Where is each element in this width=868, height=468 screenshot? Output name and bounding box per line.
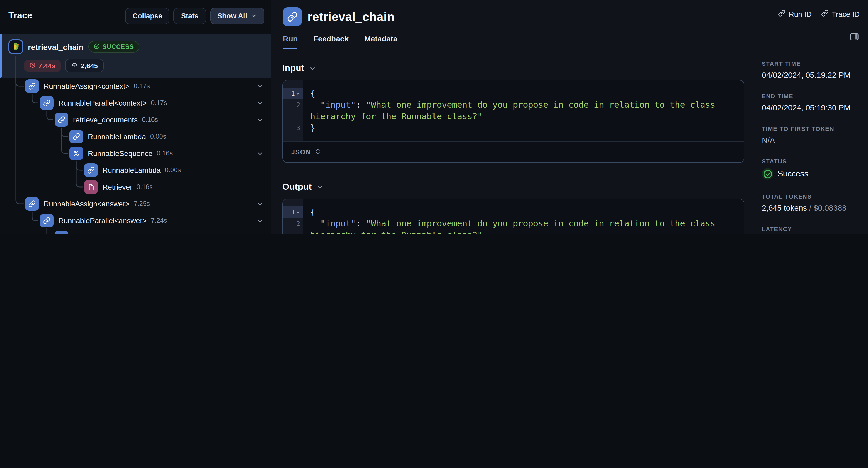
chain-icon bbox=[40, 96, 54, 110]
fold-chevron-icon[interactable] bbox=[296, 88, 300, 99]
parrot-icon bbox=[8, 39, 23, 54]
tree-node-duration: 7.24s bbox=[153, 234, 169, 234]
tree-node-label: RunnableParallel<answer> bbox=[58, 216, 147, 225]
run-header: retrieval_chain bbox=[271, 0, 752, 27]
tree-node-row[interactable]: RunnableParallel<answer>7.24s bbox=[0, 212, 271, 229]
chain-icon bbox=[55, 113, 68, 127]
chain-icon bbox=[55, 231, 68, 234]
code-line: 2 "input": "What one improvement do you … bbox=[283, 218, 744, 234]
code-line: 2 "input": "What one improvement do you … bbox=[283, 99, 744, 122]
sidebar-content: START TIME 04/02/2024, 05:19:22 PM END T… bbox=[752, 49, 868, 234]
metadata-sidebar: Run ID Trace ID START TIME 04/02/2024, 0… bbox=[752, 0, 868, 234]
tab-metadata[interactable]: Metadata bbox=[364, 35, 398, 49]
tree-node-label: RunnableAssign<answer> bbox=[44, 200, 130, 208]
tree-node-label: stuff_documents_chain bbox=[73, 233, 149, 234]
output-json-card: 1{2 "input": "What one improvement do yo… bbox=[282, 199, 744, 234]
code-content: } bbox=[303, 122, 744, 134]
chevron-down-icon[interactable] bbox=[256, 82, 264, 92]
input-code-editor: 1{2 "input": "What one improvement do yo… bbox=[283, 80, 744, 141]
total-tokens-value: 2,645 tokens / $0.08388 bbox=[762, 203, 861, 212]
tree-node-row[interactable]: RunnableParallel<context>0.17s bbox=[0, 95, 271, 111]
link-icon bbox=[821, 9, 829, 19]
line-number[interactable]: 2 bbox=[283, 99, 303, 122]
end-time-label: END TIME bbox=[762, 93, 861, 99]
root-tokens-badge: 2,645 bbox=[65, 59, 103, 72]
tree-node-duration: 0.00s bbox=[150, 133, 166, 140]
app-window: Trace Collapse Stats Show All bbox=[0, 0, 868, 234]
trace-tree: retrieval_chain SUCCESS 7.44s 2,645 bbox=[0, 0, 271, 234]
tree-node-row[interactable]: RunnableLambda0.00s bbox=[0, 162, 271, 178]
tree-node-row[interactable]: RunnableAssign<context>0.17s bbox=[0, 78, 271, 95]
tree-node-duration: 0.16s bbox=[142, 116, 158, 124]
tree-node-row[interactable]: RunnableLambda0.00s bbox=[0, 128, 271, 145]
clock-icon bbox=[29, 62, 36, 70]
total-tokens-label: TOTAL TOKENS bbox=[762, 193, 861, 200]
panel-toggle-icon[interactable] bbox=[849, 32, 860, 44]
tree-node-label: RunnableLambda bbox=[88, 132, 146, 141]
fold-chevron-icon[interactable] bbox=[296, 206, 300, 218]
line-number[interactable]: 1 bbox=[283, 206, 303, 218]
line-number[interactable]: 1 bbox=[283, 88, 303, 99]
chain-icon bbox=[69, 130, 83, 143]
success-status-badge: SUCCESS bbox=[88, 41, 139, 53]
code-content: "input": "What one improvement do you pr… bbox=[303, 99, 744, 122]
output-code-lines: 1{2 "input": "What one improvement do yo… bbox=[283, 206, 744, 234]
root-run-name: retrieval_chain bbox=[28, 42, 84, 51]
input-section-header[interactable]: Input bbox=[282, 63, 744, 73]
chevron-down-icon[interactable] bbox=[256, 234, 264, 234]
chevron-down-icon[interactable] bbox=[256, 116, 264, 126]
chevron-down-icon[interactable] bbox=[256, 200, 264, 209]
output-code-editor: 1{2 "input": "What one improvement do yo… bbox=[283, 199, 744, 234]
page-title: retrieval_chain bbox=[308, 10, 395, 24]
line-number[interactable]: 3 bbox=[283, 122, 303, 134]
run-tabs: Run Feedback Metadata bbox=[271, 27, 752, 49]
end-time-section: END TIME 04/02/2024, 05:19:30 PM bbox=[762, 93, 861, 112]
token-cost: / $0.08388 bbox=[807, 203, 846, 212]
run-id-button[interactable]: Run ID bbox=[778, 9, 812, 19]
tree-node-duration: 0.16s bbox=[137, 183, 153, 191]
ttft-value: N/A bbox=[762, 135, 861, 144]
chevron-down-icon[interactable] bbox=[256, 99, 264, 109]
output-section: Output 1{2 "input": "What one improvemen… bbox=[282, 182, 744, 234]
status-section: STATUS Success bbox=[762, 158, 861, 180]
id-buttons: Run ID Trace ID bbox=[778, 9, 860, 19]
chevron-down-icon[interactable] bbox=[256, 150, 264, 159]
ttft-label: TIME TO FIRST TOKEN bbox=[762, 126, 861, 132]
tree-node-row[interactable]: stuff_documents_chain7.24s bbox=[0, 229, 271, 234]
chain-link-icon bbox=[283, 7, 302, 26]
output-section-title: Output bbox=[282, 182, 311, 192]
code-content: { bbox=[303, 88, 744, 99]
tree-node-label: Retriever bbox=[102, 183, 132, 191]
tree-node-duration: 0.00s bbox=[165, 167, 181, 174]
run-content: Input 1{2 "input": "What one improvement… bbox=[271, 49, 752, 234]
line-number[interactable]: 2 bbox=[283, 218, 303, 234]
chevron-down-icon[interactable] bbox=[256, 217, 264, 226]
link-icon bbox=[778, 9, 786, 19]
tree-node-row[interactable]: retrieve_documents0.16s bbox=[0, 111, 271, 128]
input-section-title: Input bbox=[282, 63, 304, 73]
start-time-label: START TIME bbox=[762, 60, 861, 67]
latency-label: LATENCY bbox=[762, 226, 861, 232]
tree-node-row[interactable]: Retriever0.16s bbox=[0, 178, 271, 195]
trace-id-button[interactable]: Trace ID bbox=[821, 9, 860, 19]
tree-node-row[interactable]: RunnableAssign<answer>7.25s bbox=[0, 195, 271, 212]
tab-run[interactable]: Run bbox=[283, 35, 298, 49]
status-value: Success bbox=[762, 168, 861, 180]
tree-node-label: RunnableSequence bbox=[88, 149, 152, 158]
tab-feedback[interactable]: Feedback bbox=[313, 35, 348, 49]
tree-root-row[interactable]: retrieval_chain SUCCESS 7.44s 2,645 bbox=[0, 34, 271, 78]
sequence-icon bbox=[69, 146, 83, 160]
code-line: 3} bbox=[283, 122, 744, 134]
code-line: 1{ bbox=[283, 206, 744, 218]
start-time-section: START TIME 04/02/2024, 05:19:22 PM bbox=[762, 60, 861, 79]
status-label: STATUS bbox=[762, 158, 861, 164]
latency-section: LATENCY 7.44s bbox=[762, 226, 861, 234]
tree-node-row[interactable]: RunnableSequence0.16s bbox=[0, 145, 271, 162]
root-title-row: retrieval_chain SUCCESS bbox=[8, 39, 271, 54]
end-time-value: 04/02/2024, 05:19:30 PM bbox=[762, 103, 861, 112]
chain-icon bbox=[40, 214, 54, 227]
check-circle-icon bbox=[762, 168, 773, 180]
output-section-header[interactable]: Output bbox=[282, 182, 744, 192]
input-section: Input 1{2 "input": "What one improvement… bbox=[282, 63, 744, 163]
input-format-selector[interactable]: JSON bbox=[283, 141, 744, 162]
